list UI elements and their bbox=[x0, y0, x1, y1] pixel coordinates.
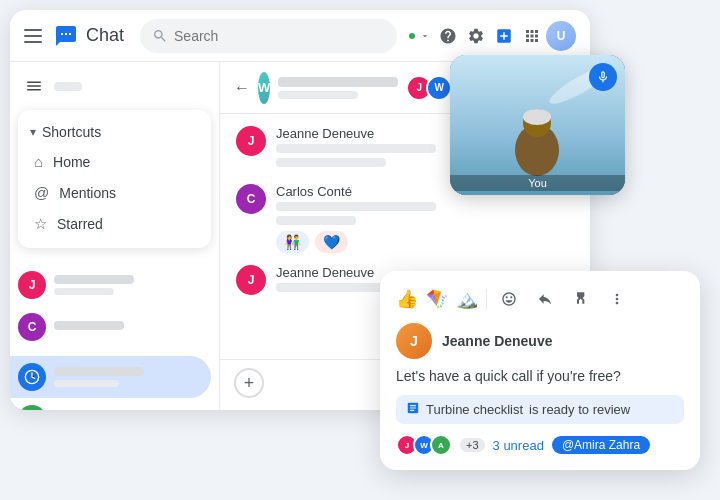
shortcuts-chevron-icon: ▾ bbox=[30, 125, 36, 139]
hamburger-menu[interactable] bbox=[24, 29, 42, 43]
msg-bubble-3a bbox=[276, 283, 386, 292]
reaction-kite[interactable]: 🪁 bbox=[426, 288, 448, 310]
user-avatar[interactable]: U bbox=[546, 21, 576, 51]
sidebar-name-bar-1 bbox=[54, 275, 134, 284]
shortcuts-header[interactable]: ▾ Shortcuts bbox=[18, 118, 211, 146]
notif-sender-name: Jeanne Deneuve bbox=[442, 333, 553, 349]
video-background bbox=[450, 55, 625, 195]
msg-avatar-1: J bbox=[236, 126, 266, 156]
sidebar: ▾ Shortcuts ⌂ Home @ Mentions ☆ Starred bbox=[10, 62, 220, 410]
search-input[interactable] bbox=[174, 28, 385, 44]
hourglass-button[interactable] bbox=[567, 285, 595, 313]
sidebar-preview-bar-1 bbox=[54, 288, 114, 295]
emoji-chip-heart[interactable]: 💙 bbox=[315, 231, 348, 253]
search-bar[interactable] bbox=[140, 19, 397, 53]
add-attachment-button[interactable]: + bbox=[234, 368, 264, 398]
chat-header-avatar: W bbox=[258, 72, 270, 104]
notif-header: J Jeanne Deneuve bbox=[396, 323, 684, 359]
emoji-chip-people[interactable]: 👫 bbox=[276, 231, 309, 253]
video-mic-button[interactable] bbox=[589, 63, 617, 91]
online-dot bbox=[407, 31, 417, 41]
notif-footer: J W A +3 3 unread @Amira Zahra bbox=[396, 434, 684, 456]
shortcut-home-label: Home bbox=[53, 154, 90, 170]
sidebar-preview-bar-3 bbox=[54, 380, 119, 387]
notif-mention-badge[interactable]: @Amira Zahra bbox=[552, 436, 650, 454]
sidebar-item-1[interactable]: J bbox=[10, 264, 211, 306]
sidebar-avatar-2: C bbox=[18, 313, 46, 341]
shortcuts-dropdown: ▾ Shortcuts ⌂ Home @ Mentions ☆ Starred bbox=[18, 110, 211, 248]
msg-avatar-3: J bbox=[236, 265, 266, 295]
emoji-picker-button[interactable] bbox=[495, 285, 523, 313]
sidebar-avatar-4: B bbox=[18, 405, 46, 410]
reaction-mountain[interactable]: 🏔️ bbox=[456, 288, 478, 310]
home-icon: ⌂ bbox=[34, 153, 43, 170]
participants-avatars: J W bbox=[406, 75, 452, 101]
notif-unread-text[interactable]: 3 unread bbox=[493, 438, 544, 453]
notif-message-text: Let's have a quick call if you're free? bbox=[396, 367, 684, 387]
svg-point-5 bbox=[523, 109, 551, 125]
reaction-thumbs-up[interactable]: 👍 bbox=[396, 288, 418, 310]
mentions-icon: @ bbox=[34, 184, 49, 201]
msg-bubble-1b bbox=[276, 158, 386, 167]
shortcut-item-starred[interactable]: ☆ Starred bbox=[18, 208, 211, 240]
sidebar-avatar-1: J bbox=[18, 271, 46, 299]
chat-header-name-bar bbox=[278, 77, 398, 87]
search-icon bbox=[152, 28, 168, 44]
shortcut-item-mentions[interactable]: @ Mentions bbox=[18, 177, 211, 208]
settings-button[interactable] bbox=[462, 22, 490, 50]
sidebar-item-4[interactable]: B bbox=[10, 398, 211, 410]
notif-sender-avatar: J bbox=[396, 323, 432, 359]
shortcut-item-home[interactable]: ⌂ Home bbox=[18, 146, 211, 177]
sidebar-item-text-3 bbox=[54, 367, 203, 387]
app-title: Chat bbox=[86, 25, 124, 46]
msg-bubble-2b bbox=[276, 216, 356, 225]
sidebar-name-bar-3 bbox=[54, 367, 144, 376]
footer-av-3: A bbox=[430, 434, 452, 456]
sidebar-item-text-2 bbox=[54, 321, 203, 334]
sidebar-item-3[interactable] bbox=[10, 356, 211, 398]
reply-button[interactable] bbox=[531, 285, 559, 313]
notif-plus-count: +3 bbox=[460, 438, 485, 452]
msg-bubble-1a bbox=[276, 144, 436, 153]
sidebar-top bbox=[10, 62, 219, 106]
shortcut-starred-label: Starred bbox=[57, 216, 103, 232]
status-indicator bbox=[407, 31, 430, 41]
sidebar-avatar-3 bbox=[18, 363, 46, 391]
video-label: You bbox=[450, 175, 625, 191]
apps-button[interactable] bbox=[518, 22, 546, 50]
notification-card: 👍 🪁 🏔️ J Jeanne Deneuve Let's have a qui… bbox=[380, 271, 700, 470]
shortcuts-label: Shortcuts bbox=[42, 124, 101, 140]
sidebar-name-bar-2 bbox=[54, 321, 124, 330]
reaction-divider bbox=[486, 289, 487, 309]
notif-file-chip[interactable]: Turbine checklist is ready to review bbox=[396, 395, 684, 424]
msg-avatar-2: C bbox=[236, 184, 266, 214]
starred-icon: ☆ bbox=[34, 215, 47, 233]
footer-avatar-stack: J W A bbox=[396, 434, 452, 456]
emoji-reactions: 👫 💙 bbox=[276, 231, 574, 253]
new-button[interactable] bbox=[490, 22, 518, 50]
msg-bubble-2a bbox=[276, 202, 436, 211]
status-chevron-icon bbox=[420, 31, 430, 41]
chat-header-sub-bar bbox=[278, 91, 358, 99]
shortcut-mentions-label: Mentions bbox=[59, 185, 116, 201]
notif-file-name: Turbine checklist bbox=[426, 402, 523, 417]
help-button[interactable] bbox=[434, 22, 462, 50]
more-options-button[interactable] bbox=[603, 285, 631, 313]
reaction-toolbar: 👍 🪁 🏔️ bbox=[396, 285, 684, 313]
sidebar-item-2[interactable]: C bbox=[10, 306, 211, 348]
participant-avatar-2: W bbox=[426, 75, 452, 101]
file-doc-icon bbox=[406, 401, 420, 418]
video-call-overlay: You bbox=[450, 55, 625, 195]
notif-file-suffix: is ready to review bbox=[529, 402, 630, 417]
sidebar-label-bar bbox=[54, 82, 82, 91]
app-logo bbox=[52, 22, 80, 50]
back-button[interactable]: ← bbox=[234, 79, 250, 97]
chat-header-info bbox=[278, 77, 398, 99]
compose-button[interactable] bbox=[18, 70, 50, 102]
sidebar-item-text-1 bbox=[54, 275, 203, 295]
